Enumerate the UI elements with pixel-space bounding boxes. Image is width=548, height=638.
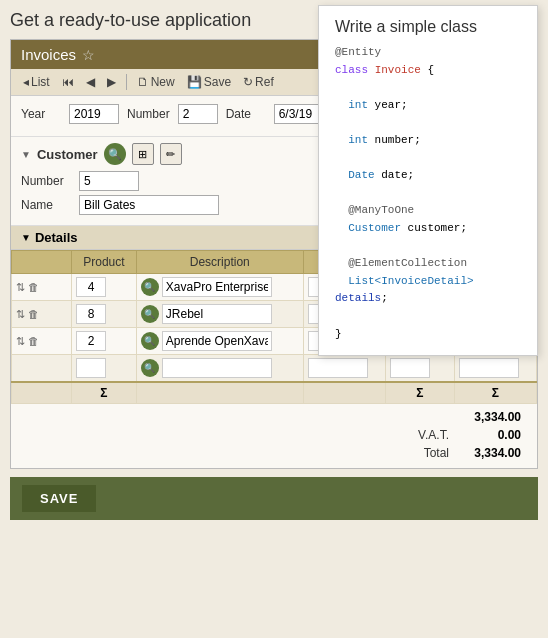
row1-search-btn[interactable]: 🔍 (141, 278, 159, 296)
col-product: Product (72, 251, 137, 274)
vat-value: 0.00 (459, 428, 529, 442)
trash-icon[interactable]: 🗑 (28, 308, 39, 320)
trash-icon[interactable]: 🗑 (28, 281, 39, 293)
date-label: Date (226, 107, 266, 121)
save-bar: SAVE (10, 477, 538, 520)
customer-number-input[interactable] (79, 171, 139, 191)
prev-icon: ◀ (86, 75, 95, 89)
sort-icon[interactable]: ⇅ (16, 308, 25, 321)
total-row-final: Total 3,334.00 (19, 444, 529, 462)
details-collapse-icon: ▼ (21, 232, 31, 243)
customer-name-label: Name (21, 198, 71, 212)
row2-search-btn[interactable]: 🔍 (141, 305, 159, 323)
customer-label: Customer (37, 147, 98, 162)
total-label: Total (389, 446, 449, 460)
customer-search-button[interactable]: 🔍 (104, 143, 126, 165)
sum-row: 3,334.00 (19, 408, 529, 426)
row2-product[interactable] (76, 304, 106, 324)
number-input[interactable] (178, 104, 218, 124)
number-label: Number (127, 107, 170, 121)
save-icon: 💾 (187, 75, 202, 89)
code-popup: Write a simple class @Entity class Invoi… (318, 5, 538, 356)
row3-actions: ⇅ 🗑 (16, 335, 67, 348)
totals-section: 3,334.00 V.A.T. 0.00 Total 3,334.00 (11, 404, 537, 468)
row4-product[interactable] (76, 358, 106, 378)
first-button[interactable]: ⏮ (58, 73, 78, 91)
row4-search-btn[interactable]: 🔍 (141, 359, 159, 377)
row4-quantity[interactable] (390, 358, 430, 378)
row3-search-btn[interactable]: 🔍 (141, 332, 159, 350)
list-button[interactable]: ◂ List (19, 73, 54, 91)
divider1 (126, 74, 127, 90)
table-row-empty: 🔍 (12, 355, 537, 383)
first-icon: ⏮ (62, 75, 74, 89)
next-icon: ▶ (107, 75, 116, 89)
year-input[interactable] (69, 104, 119, 124)
customer-pencil-button[interactable]: ✏ (160, 143, 182, 165)
chevron-left-icon: ◂ (23, 75, 29, 89)
sigma-row: Σ Σ Σ (12, 382, 537, 404)
new-icon: 🗋 (137, 75, 149, 89)
total-value: 3,334.00 (459, 446, 529, 460)
refresh-button[interactable]: ↻ Ref (239, 73, 278, 91)
row2-description[interactable] (162, 304, 272, 324)
row3-product[interactable] (76, 331, 106, 351)
new-button[interactable]: 🗋 New (133, 73, 179, 91)
refresh-icon: ↻ (243, 75, 253, 89)
row1-product[interactable] (76, 277, 106, 297)
customer-name-input[interactable] (79, 195, 219, 215)
vat-label: V.A.T. (389, 428, 449, 442)
sort-icon[interactable]: ⇅ (16, 335, 25, 348)
details-label: Details (35, 230, 78, 245)
vat-row: V.A.T. 0.00 (19, 426, 529, 444)
customer-number-label: Number (21, 174, 71, 188)
row4-unit-price[interactable] (308, 358, 368, 378)
prev-button[interactable]: ◀ (82, 73, 99, 91)
trash-icon[interactable]: 🗑 (28, 335, 39, 347)
col-description: Description (136, 251, 303, 274)
row1-description[interactable] (162, 277, 272, 297)
panel-title: Invoices (21, 46, 76, 63)
save-toolbar-button[interactable]: 💾 Save (183, 73, 235, 91)
code-block: @Entity class Invoice { int year; int nu… (335, 44, 521, 343)
sort-icon[interactable]: ⇅ (16, 281, 25, 294)
row1-actions: ⇅ 🗑 (16, 281, 67, 294)
next-button[interactable]: ▶ (103, 73, 120, 91)
year-label: Year (21, 107, 61, 121)
row4-amount[interactable] (459, 358, 519, 378)
collapse-icon[interactable]: ▼ (21, 149, 31, 160)
customer-edit-button[interactable]: ⊞ (132, 143, 154, 165)
row4-description[interactable] (162, 358, 272, 378)
col-actions (12, 251, 72, 274)
code-popup-title: Write a simple class (335, 18, 521, 36)
sum-value: 3,334.00 (459, 410, 529, 424)
row2-actions: ⇅ 🗑 (16, 308, 67, 321)
row3-description[interactable] (162, 331, 272, 351)
save-button[interactable]: SAVE (22, 485, 96, 512)
star-icon[interactable]: ☆ (82, 47, 95, 63)
